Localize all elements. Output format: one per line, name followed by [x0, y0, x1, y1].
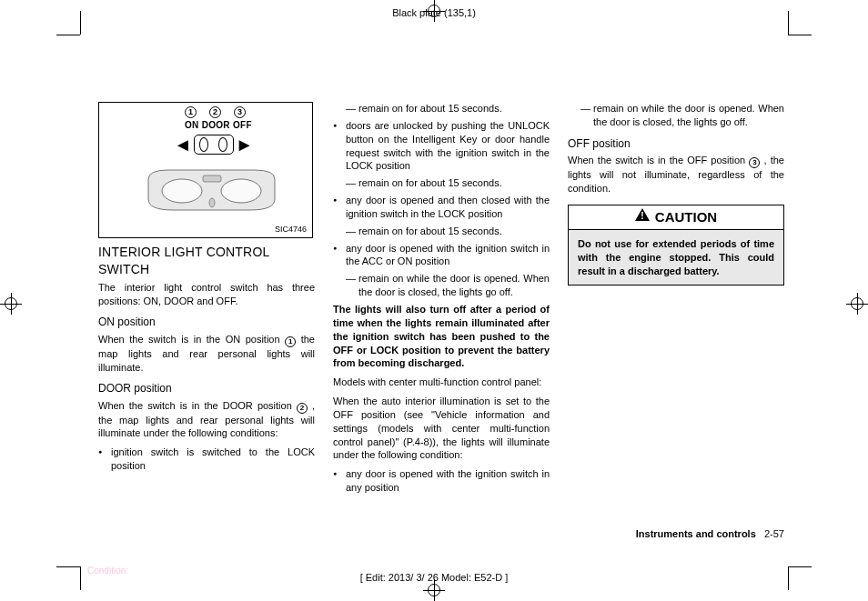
cropmark [56, 566, 80, 567]
text: When the switch is in the OFF position [568, 155, 749, 165]
figure-code: SIC4746 [275, 224, 307, 235]
heading-interior-light-switch: INTERIOR LIGHT CONTROL SWITCH [98, 244, 315, 278]
registration-mark-icon [846, 293, 868, 315]
switch-position-labels: ON DOOR OFF [185, 119, 252, 132]
warning-icon: ! [635, 208, 650, 225]
footer-section: Instruments and controls 2-57 [636, 528, 784, 539]
registration-mark-icon [0, 293, 22, 315]
list-item: any door is opened with the ignition swi… [333, 467, 550, 495]
column-3: remain on while the door is opened. When… [568, 102, 784, 498]
page-number: 2-57 [764, 528, 784, 539]
callout-1-icon: 1 [185, 106, 197, 118]
caution-title: ! CAUTION [569, 205, 783, 230]
text: When the switch is in the ON position [98, 334, 285, 345]
paragraph: When the switch is in the ON position 1 … [98, 333, 315, 375]
heading-off-position: OFF position [568, 136, 784, 151]
paragraph: When the switch is in the DOOR position … [98, 399, 315, 441]
heading-door-position: DOOR position [98, 381, 315, 396]
column-1: 1 2 3 ON DOOR OFF ◄ ► SIC4746 INTERIOR L [98, 102, 315, 498]
sub-list-item: remain on for about 15 seconds. [333, 225, 550, 238]
paragraph: The interior light control switch has th… [98, 281, 315, 308]
callout-3-inline-icon: 3 [749, 157, 760, 168]
sub-list-item: remain on while the door is opened. When… [568, 102, 784, 129]
column-2: remain on for about 15 seconds. doors ar… [333, 102, 550, 498]
callout-2-inline-icon: 2 [297, 403, 308, 414]
callout-2-icon: 2 [209, 106, 221, 118]
caution-label: CAUTION [655, 208, 717, 226]
light-fixture-illustration [141, 168, 282, 221]
svg-text:!: ! [641, 211, 643, 221]
list-item: any door is opened and then closed with … [333, 194, 550, 221]
footer-edit-info: [ Edit: 2013/ 3/ 26 Model: E52-D ] [0, 572, 868, 583]
figure-switch-illustration: ◄ ► [174, 135, 254, 155]
sub-list-item: remain on for about 15 seconds. [333, 102, 550, 115]
main-content: 1 2 3 ON DOOR OFF ◄ ► SIC4746 INTERIOR L [98, 102, 786, 498]
svg-point-3 [209, 198, 215, 207]
paragraph-bold-note: The lights will also turn off after a pe… [333, 303, 550, 370]
section-name: Instruments and controls [636, 528, 756, 539]
switch-slot [194, 135, 234, 155]
caution-body: Do not use for extended periods of time … [569, 230, 783, 285]
svg-point-0 [162, 179, 202, 203]
sub-list-item: remain on for about 15 seconds. [333, 176, 550, 190]
arrow-left-icon: ◄ [174, 135, 192, 154]
paragraph: When the switch is in the OFF position 3… [568, 154, 784, 195]
list-item: doors are unlocked by pushing the UNLOCK… [333, 119, 550, 173]
svg-point-1 [221, 179, 261, 203]
page-header: Black plate (135,1) [0, 7, 868, 18]
list-item: any door is opened with the ignition swi… [333, 242, 550, 269]
callout-1-inline-icon: 1 [285, 336, 296, 347]
heading-on-position: ON position [98, 315, 315, 329]
sub-list-item: remain on while the door is opened. When… [333, 272, 550, 299]
cropmark [56, 35, 80, 35]
figure-callout-labels: 1 2 3 ON DOOR OFF [185, 106, 252, 132]
text: When the switch is in the DOOR position [98, 400, 297, 411]
list-item: ignition switch is switched to the LOCK … [98, 446, 315, 473]
cropmark [788, 35, 812, 35]
paragraph: When the auto interior illumination is s… [333, 395, 550, 462]
arrow-right-icon: ► [236, 135, 254, 154]
paragraph: Models with center multi-function contro… [333, 376, 550, 389]
figure-interior-light-switch: 1 2 3 ON DOOR OFF ◄ ► SIC4746 [98, 102, 313, 238]
svg-rect-2 [203, 175, 221, 182]
callout-3-icon: 3 [234, 106, 246, 118]
cropmark [788, 566, 812, 567]
caution-box: ! CAUTION Do not use for extended period… [568, 205, 784, 286]
